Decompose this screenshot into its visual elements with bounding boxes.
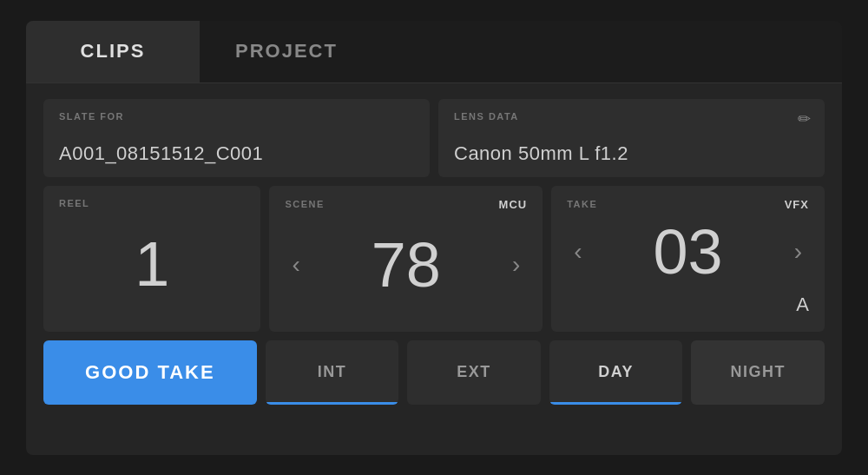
- take-next-button[interactable]: ›: [787, 238, 809, 266]
- day-button[interactable]: DAY: [549, 340, 683, 405]
- reel-number: 1: [59, 208, 245, 320]
- night-label: NIGHT: [730, 363, 786, 381]
- good-take-label: GOOD TAKE: [85, 361, 215, 384]
- scene-prev-button[interactable]: ‹: [285, 251, 306, 279]
- lens-label: LENS DATA: [454, 111, 809, 122]
- ext-button[interactable]: EXT: [407, 340, 541, 405]
- scene-label: SCENE: [285, 199, 324, 209]
- tab-project-label: PROJECT: [235, 40, 338, 63]
- int-button[interactable]: INT: [266, 340, 399, 405]
- scene-header: SCENE MCU: [285, 198, 527, 211]
- take-label: TAKE: [567, 199, 597, 209]
- take-header: TAKE VFX: [567, 198, 809, 211]
- middle-row: REEL 1 SCENE MCU ‹ 78 › TAKE VFX: [43, 186, 825, 332]
- top-row: SLATE FOR A001_08151512_C001 LENS DATA C…: [43, 99, 825, 177]
- slate-label: SLATE FOR: [59, 111, 414, 122]
- take-controls: ‹ 03 ›: [567, 211, 809, 294]
- int-label: INT: [318, 363, 347, 381]
- tab-project[interactable]: PROJECT: [200, 21, 373, 82]
- take-card: TAKE VFX ‹ 03 › A: [551, 186, 825, 332]
- bottom-row: GOOD TAKE INT EXT DAY NIGHT: [43, 340, 825, 405]
- scene-tag: MCU: [499, 198, 528, 211]
- take-prev-button[interactable]: ‹: [567, 238, 589, 266]
- tabs-bar: CLIPS PROJECT: [26, 21, 842, 83]
- lens-value: Canon 50mm L f1.2: [454, 142, 809, 165]
- night-button[interactable]: NIGHT: [691, 340, 825, 405]
- tab-clips-label: CLIPS: [81, 40, 146, 63]
- ext-label: EXT: [457, 363, 491, 381]
- scene-controls: ‹ 78 ›: [285, 211, 527, 320]
- take-suffix: A: [796, 294, 809, 320]
- main-content: SLATE FOR A001_08151512_C001 LENS DATA C…: [26, 83, 842, 455]
- app-container: CLIPS PROJECT SLATE FOR A001_08151512_C0…: [26, 21, 842, 455]
- take-number: 03: [654, 216, 723, 287]
- reel-label: REEL: [59, 198, 245, 208]
- day-label: DAY: [598, 363, 634, 381]
- good-take-button[interactable]: GOOD TAKE: [43, 340, 257, 405]
- lens-card: LENS DATA Canon 50mm L f1.2 ✏: [438, 99, 825, 177]
- scene-number: 78: [372, 229, 441, 300]
- slate-value: A001_08151512_C001: [59, 142, 414, 165]
- take-tag: VFX: [785, 198, 809, 211]
- scene-card: SCENE MCU ‹ 78 ›: [269, 186, 542, 332]
- reel-card: REEL 1: [43, 186, 260, 332]
- slate-card: SLATE FOR A001_08151512_C001: [43, 99, 430, 177]
- tab-clips[interactable]: CLIPS: [26, 21, 200, 82]
- edit-icon[interactable]: ✏: [798, 109, 811, 129]
- scene-next-button[interactable]: ›: [505, 251, 527, 279]
